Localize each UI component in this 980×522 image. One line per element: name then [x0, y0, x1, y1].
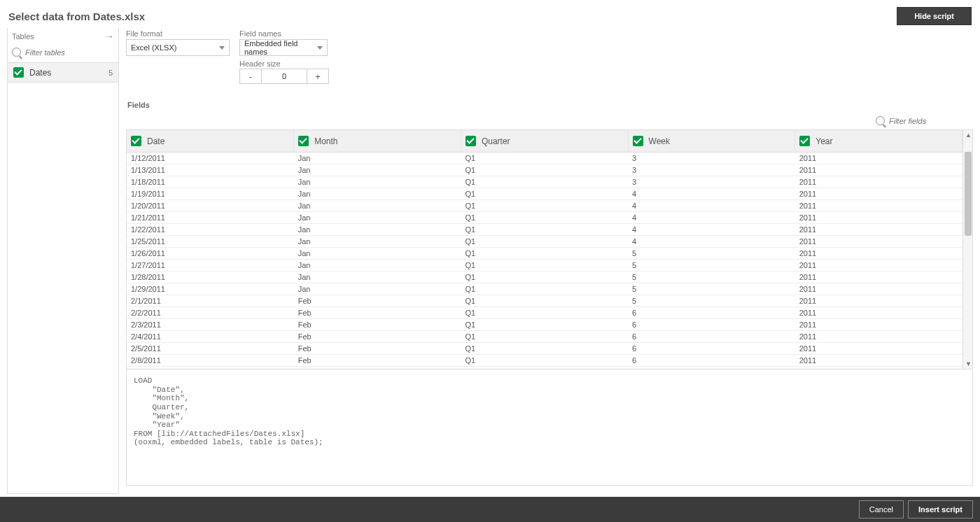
table-row[interactable]: 2/4/2011FebQ162011	[127, 331, 962, 343]
table-cell: 4	[628, 188, 795, 200]
script-preview: LOAD "Date", "Month", Quarter, "Week", "…	[126, 369, 973, 486]
table-cell: Q1	[461, 355, 628, 367]
table-row[interactable]: 1/20/2011JanQ142011	[127, 200, 962, 212]
table-cell: 4	[628, 236, 795, 248]
table-cell: Feb	[294, 343, 461, 355]
table-cell: 2011	[795, 212, 962, 224]
table-cell: Jan	[294, 224, 461, 236]
table-row[interactable]: 1/13/2011JanQ132011	[127, 164, 962, 176]
table-row[interactable]: 2/5/2011FebQ162011	[127, 343, 962, 355]
column-label: Month	[314, 136, 337, 146]
column-header[interactable]: Date	[127, 130, 294, 153]
table-cell: Jan	[294, 283, 461, 295]
filter-tables-input[interactable]	[25, 48, 95, 57]
column-header[interactable]: Quarter	[461, 130, 628, 153]
table-cell: Q1	[461, 319, 628, 331]
table-row[interactable]: 1/21/2011JanQ142011	[127, 212, 962, 224]
header-size-label: Header size	[239, 59, 281, 68]
table-cell: 2011	[795, 260, 962, 271]
table-cell: 1/13/2011	[127, 164, 294, 176]
table-cell: Q1	[461, 176, 628, 188]
table-cell: 2011	[795, 188, 962, 200]
table-cell: 1/18/2011	[127, 176, 294, 188]
table-row[interactable]: 1/19/2011JanQ142011	[127, 188, 962, 200]
table-cell: 2/2/2011	[127, 307, 294, 319]
column-header[interactable]: Month	[294, 130, 461, 153]
table-cell: 4	[628, 224, 795, 236]
table-cell: 1/28/2011	[127, 271, 294, 283]
cancel-button[interactable]: Cancel	[859, 500, 904, 519]
table-cell: 6	[628, 319, 795, 331]
table-cell: 2011	[795, 331, 962, 343]
table-cell: 1/21/2011	[127, 212, 294, 224]
table-row[interactable]: 1/22/2011JanQ142011	[127, 224, 962, 236]
table-cell: 2011	[795, 236, 962, 248]
table-cell: 2/1/2011	[127, 295, 294, 307]
search-icon	[12, 48, 21, 57]
table-row[interactable]: 2/1/2011FebQ152011	[127, 295, 962, 307]
checkbox-icon[interactable]	[633, 136, 643, 146]
checkbox-icon[interactable]	[465, 136, 476, 146]
insert-script-button[interactable]: Insert script	[908, 500, 973, 519]
checkbox-icon[interactable]	[131, 136, 141, 146]
vertical-scrollbar[interactable]: ▲ ▼	[962, 130, 972, 369]
table-cell: 6	[628, 343, 795, 355]
table-row[interactable]: 1/27/2011JanQ152011	[127, 260, 962, 271]
checkbox-icon[interactable]	[298, 136, 309, 146]
table-row[interactable]: 1/25/2011JanQ142011	[127, 236, 962, 248]
footer-bar: Cancel Insert script	[0, 497, 980, 522]
table-row[interactable]: 1/29/2011JanQ152011	[127, 283, 962, 295]
header-size-plus-button[interactable]: +	[307, 69, 328, 83]
table-cell: Jan	[294, 236, 461, 248]
table-cell: 2011	[795, 355, 962, 367]
table-cell: 2011	[795, 367, 962, 369]
checkbox-icon[interactable]	[799, 136, 810, 146]
table-cell: 3	[628, 176, 795, 188]
chevron-down-icon	[317, 46, 323, 50]
table-cell: 2011	[795, 248, 962, 260]
table-row[interactable]: 2/2/2011FebQ162011	[127, 307, 962, 319]
table-cell: Q1	[461, 153, 628, 164]
table-cell: 1/25/2011	[127, 236, 294, 248]
filter-fields-input[interactable]	[889, 117, 945, 125]
table-cell: 2/3/2011	[127, 319, 294, 331]
table-cell: 2011	[795, 283, 962, 295]
file-format-select[interactable]: Excel (XLSX)	[126, 39, 230, 56]
scroll-down-icon[interactable]: ▼	[965, 360, 972, 367]
table-row[interactable]: 1/28/2011JanQ152011	[127, 271, 962, 283]
table-cell: Feb	[294, 295, 461, 307]
table-cell: Q1	[461, 260, 628, 271]
table-row[interactable]: 1/18/2011JanQ132011	[127, 176, 962, 188]
table-cell: Jan	[294, 212, 461, 224]
checkbox-icon[interactable]	[13, 67, 24, 78]
table-row[interactable]: 2/3/2011FebQ162011	[127, 319, 962, 331]
table-row[interactable]: 2/8/2011FebQ162011	[127, 355, 962, 367]
table-cell: 2011	[795, 319, 962, 331]
table-cell: 2011	[795, 153, 962, 164]
table-row[interactable]: 1/12/2011JanQ132011	[127, 153, 962, 164]
table-cell: 1/27/2011	[127, 260, 294, 271]
table-cell: Q1	[461, 224, 628, 236]
table-cell: 2011	[795, 271, 962, 283]
scroll-up-icon[interactable]: ▲	[965, 132, 972, 139]
hide-script-button[interactable]: Hide script	[897, 7, 972, 25]
table-cell: 1/26/2011	[127, 248, 294, 260]
header-size-minus-button[interactable]: -	[240, 69, 261, 83]
table-cell: Feb	[294, 331, 461, 343]
table-item[interactable]: Dates 5	[8, 62, 118, 83]
table-row[interactable]: 2/9/2011FebQ172011	[127, 367, 962, 369]
scrollbar-thumb[interactable]	[965, 152, 972, 236]
table-cell: 7	[628, 367, 795, 369]
table-cell: 2/9/2011	[127, 367, 294, 369]
field-names-select[interactable]: Embedded field names	[239, 39, 328, 56]
arrow-right-icon[interactable]: →	[104, 31, 114, 42]
table-cell: Jan	[294, 164, 461, 176]
table-cell: 2/5/2011	[127, 343, 294, 355]
table-row[interactable]: 1/26/2011JanQ152011	[127, 248, 962, 260]
table-cell: Jan	[294, 260, 461, 271]
column-header[interactable]: Week	[628, 130, 795, 153]
table-cell: Q1	[461, 367, 628, 369]
column-header[interactable]: Year	[795, 130, 962, 153]
table-cell: 5	[628, 283, 795, 295]
table-cell: 1/29/2011	[127, 283, 294, 295]
